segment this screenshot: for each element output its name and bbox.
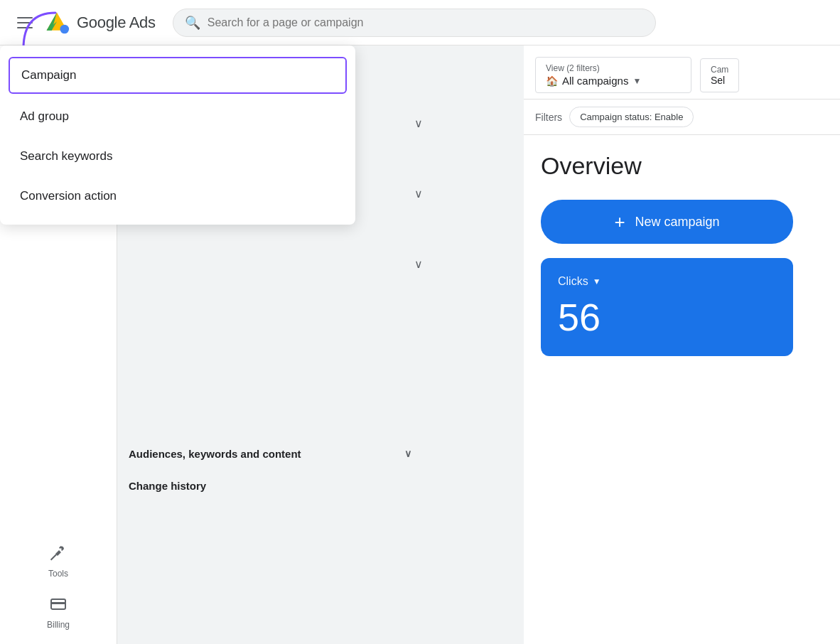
- app-title: Google Ads: [77, 14, 156, 32]
- dropdown-menu: Campaign Ad group Search keywords Conver…: [0, 45, 355, 225]
- clicks-label: Clicks: [558, 275, 588, 288]
- clicks-value: 56: [558, 295, 776, 339]
- right-content-panel: View (2 filters) 🏠 All campaigns ▼ Cam S…: [524, 45, 840, 644]
- sidebar-item-billing[interactable]: Billing: [0, 587, 117, 638]
- hamburger-icon: [17, 17, 33, 28]
- filter-bar: Filters Campaign status: Enable: [524, 100, 840, 135]
- tools-icon: [50, 544, 67, 566]
- audiences-label: Audiences, keywords and content: [129, 448, 301, 460]
- top-nav: Google Ads 🔍: [0, 0, 840, 45]
- google-ads-logo-icon: [44, 10, 70, 36]
- search-input[interactable]: [208, 16, 644, 29]
- new-campaign-label: New campaign: [635, 215, 720, 230]
- hamburger-menu[interactable]: [11, 11, 38, 34]
- clicks-header: Clicks ▼: [558, 275, 776, 288]
- app-logo: Google Ads: [44, 10, 156, 36]
- audiences-nav-item[interactable]: Audiences, keywords and content ∨: [129, 438, 433, 470]
- cam-label: Cam: [711, 65, 728, 75]
- filters-label: Filters: [535, 112, 562, 123]
- svg-point-3: [60, 24, 70, 33]
- tools-label: Tools: [48, 569, 68, 579]
- cam-button[interactable]: Cam Sel: [700, 58, 739, 92]
- new-campaign-button[interactable]: + New campaign: [541, 200, 793, 244]
- filter-chip[interactable]: Campaign status: Enable: [569, 107, 694, 127]
- view-filter-top-label: View (2 filters): [546, 63, 681, 73]
- search-bar[interactable]: 🔍: [173, 9, 656, 37]
- dropdown-item-ad-group[interactable]: Ad group: [0, 97, 355, 136]
- dropdown-item-search-keywords[interactable]: Search keywords: [0, 136, 355, 176]
- filter-chip-label: Campaign status: Enable: [580, 112, 683, 122]
- audiences-chevron: ∨: [404, 448, 411, 459]
- sidebar-bottom: Tools Billing: [0, 530, 117, 644]
- chevron-1: ∨: [414, 117, 423, 130]
- plus-icon: +: [614, 213, 625, 231]
- overview-section: Overview + New campaign Clicks ▼ 56: [524, 135, 840, 367]
- change-history-nav-item[interactable]: Change history: [129, 470, 433, 502]
- cam-value: Sel: [711, 75, 728, 86]
- clicks-dropdown-icon: ▼: [593, 277, 601, 286]
- search-icon: 🔍: [185, 15, 200, 31]
- chevron-3: ∨: [414, 257, 423, 271]
- home-icon: 🏠: [546, 75, 558, 87]
- billing-label: Billing: [47, 620, 70, 630]
- billing-icon: [50, 596, 67, 617]
- dropdown-item-conversion-action[interactable]: Conversion action: [0, 176, 355, 216]
- dropdown-item-campaign[interactable]: Campaign: [9, 57, 347, 94]
- view-filter-main-row: 🏠 All campaigns ▼: [546, 75, 681, 87]
- view-controls-bar: View (2 filters) 🏠 All campaigns ▼ Cam S…: [524, 45, 840, 100]
- nav-bottom-sections: Audiences, keywords and content ∨ Change…: [129, 438, 433, 502]
- nav-chevrons: ∨ ∨ ∨: [414, 117, 423, 271]
- dropdown-arrow-icon: ▼: [632, 76, 641, 86]
- sidebar-item-tools[interactable]: Tools: [0, 536, 117, 587]
- main-layout: Tools Billing Campaign Ad group Search k…: [0, 45, 840, 644]
- overview-title: Overview: [541, 152, 823, 180]
- svg-rect-6: [51, 602, 65, 604]
- clicks-card: Clicks ▼ 56: [541, 258, 793, 356]
- view-filter-value: All campaigns: [562, 75, 628, 87]
- view-filter-button[interactable]: View (2 filters) 🏠 All campaigns ▼: [535, 57, 691, 93]
- chevron-2: ∨: [414, 187, 423, 200]
